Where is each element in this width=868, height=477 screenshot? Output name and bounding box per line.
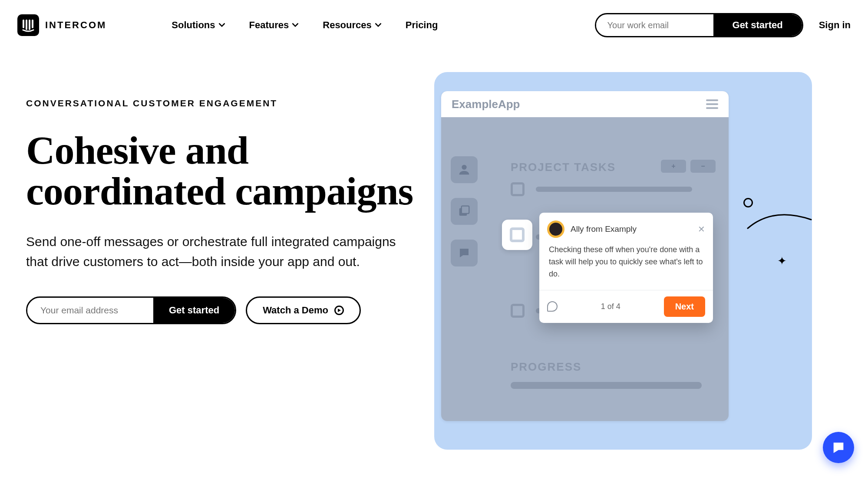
sign-in-link[interactable]: Sign in (819, 20, 851, 31)
nav-solutions[interactable]: Solutions (172, 20, 224, 31)
section-progress: PROGRESS (511, 360, 581, 374)
example-app-body: PROJECT TASKS + − Ally from Examply ✕ (441, 117, 729, 421)
hero-section: CONVERSATIONAL CUSTOMER ENGAGEMENT Cohes… (0, 50, 868, 324)
hamburger-icon (706, 99, 718, 109)
page-subhead: Send one-off messages or orchestrate ful… (26, 232, 399, 272)
chevron-down-icon (292, 22, 298, 28)
chat-icon (451, 240, 478, 266)
svg-rect-6 (462, 206, 469, 214)
placeholder-bar (536, 187, 692, 192)
example-app-header: ExampleApp (441, 91, 729, 117)
nav-label: Solutions (172, 20, 215, 31)
hero-get-started-button[interactable]: Get started (153, 298, 235, 323)
nav-pricing[interactable]: Pricing (406, 20, 438, 31)
doodle-sparkle-icon: ✦ (777, 254, 787, 268)
svg-point-4 (462, 165, 466, 170)
intercom-launcher-button[interactable] (823, 432, 854, 463)
nav-resources[interactable]: Resources (323, 20, 381, 31)
nav-label: Pricing (406, 20, 438, 31)
header-signup-form: Get started (595, 13, 803, 37)
tooltip-step: 1 of 4 (558, 302, 664, 311)
doodle-circle-icon (743, 198, 753, 207)
plus-icon: + (661, 160, 686, 173)
primary-nav: Solutions Features Resources Pricing (172, 20, 438, 31)
header-right: Get started Sign in (595, 13, 851, 37)
speech-bubble-icon[interactable] (547, 301, 558, 312)
email-input[interactable] (27, 305, 153, 316)
user-icon (451, 156, 478, 183)
avatar (547, 220, 564, 238)
files-icon (451, 198, 478, 225)
example-app-sidebar (451, 156, 478, 266)
get-started-button[interactable]: Get started (713, 14, 802, 36)
watch-demo-button[interactable]: Watch a Demo (246, 296, 361, 324)
section-project-tasks: PROJECT TASKS (511, 161, 616, 174)
demo-label: Watch a Demo (263, 305, 328, 316)
cta-row: Get started Watch a Demo (26, 296, 417, 324)
logo[interactable]: INTERCOM (17, 14, 106, 36)
tooltip-header: Ally from Examply ✕ (539, 213, 713, 242)
svg-rect-0 (23, 20, 24, 28)
tooltip-footer: 1 of 4 Next (539, 290, 713, 323)
messenger-icon (831, 440, 846, 455)
task-row (511, 182, 692, 196)
page-headline: Cohesive and coordinated campaigns (26, 130, 417, 212)
hero-illustration: ExampleApp PROJECT TASKS + − (434, 98, 842, 324)
site-header: INTERCOM Solutions Features Resources Pr… (0, 0, 868, 50)
onboarding-tooltip: Ally from Examply ✕ Checking these off w… (539, 213, 713, 323)
nav-label: Resources (323, 20, 372, 31)
hero-signup-form: Get started (26, 296, 236, 324)
tooltip-author: Ally from Examply (571, 224, 637, 234)
chevron-down-icon (375, 22, 381, 28)
checkbox-icon (511, 304, 525, 318)
checkbox-icon (511, 182, 525, 196)
doodle-swoosh-icon (747, 211, 812, 233)
chevron-down-icon (219, 22, 225, 28)
illustration-canvas: ExampleApp PROJECT TASKS + − (434, 72, 812, 450)
next-button[interactable]: Next (664, 296, 705, 317)
logo-mark-icon (17, 14, 39, 36)
svg-rect-1 (26, 20, 27, 30)
eyebrow: CONVERSATIONAL CUSTOMER ENGAGEMENT (26, 98, 417, 109)
logo-text: INTERCOM (45, 20, 106, 31)
example-app-window: ExampleApp PROJECT TASKS + − (441, 91, 729, 421)
svg-rect-3 (32, 20, 33, 28)
minus-icon: − (690, 160, 716, 173)
highlighted-checkbox (502, 220, 532, 250)
nav-features[interactable]: Features (249, 20, 299, 31)
example-app-title: ExampleApp (452, 98, 520, 111)
progress-placeholder-bar (511, 382, 702, 389)
play-icon (334, 306, 344, 315)
close-icon[interactable]: ✕ (698, 224, 705, 234)
task-controls: + − (661, 160, 716, 173)
work-email-input[interactable] (596, 20, 713, 30)
nav-label: Features (249, 20, 289, 31)
svg-rect-2 (29, 20, 30, 30)
tooltip-body: Checking these off when you're done with… (539, 242, 713, 290)
hero-copy: CONVERSATIONAL CUSTOMER ENGAGEMENT Cohes… (26, 98, 417, 324)
